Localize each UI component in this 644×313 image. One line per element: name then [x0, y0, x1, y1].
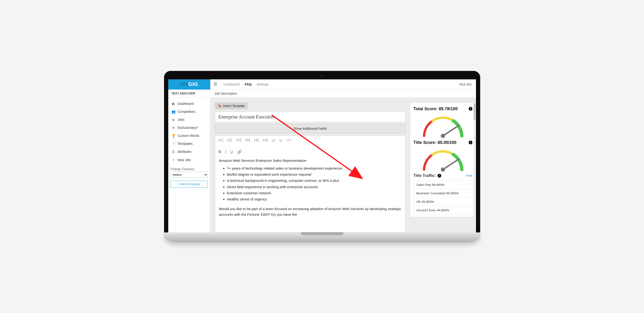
h5-button[interactable]: H5 [254, 138, 259, 143]
traffic-item[interactable]: Account Exec 44,900% [414, 206, 472, 215]
app-body: ◐Dashboard 👥Competitors ≣Jobs ⊘Exclusion… [168, 98, 476, 232]
laptop-bezel: ONGIG ☰ Dashboard FAQ Settings Nick Mis … [164, 71, 480, 232]
title-score-row: Title Score: 85.00/100 i [414, 140, 472, 146]
sidebar-item-label: Exclusionary? [178, 126, 198, 130]
gauge-icon: ◐ [172, 102, 175, 106]
total-score-label: Total Score: 85.78/100 [414, 106, 458, 111]
app-screen: ONGIG ☰ Dashboard FAQ Settings Nick Mis … [168, 79, 476, 232]
h6-button[interactable]: H6 [263, 138, 268, 143]
section-title: TEXT ANALYZER [168, 92, 210, 95]
bookmark-icon: 🔖 [218, 104, 222, 108]
nav-faq[interactable]: FAQ [245, 82, 252, 86]
title-score-gauge [418, 146, 468, 172]
add-company-button[interactable]: +Add Company [170, 181, 208, 188]
sidebar: ◐Dashboard 👥Competitors ≣Jobs ⊘Exclusion… [168, 98, 210, 232]
hide-link[interactable]: Hide [466, 174, 472, 177]
sidebar-item-dashboard[interactable]: ◐Dashboard [168, 100, 210, 108]
workspace: 🔖 Select Template Enterprise Account Exe… [210, 98, 476, 232]
sidebar-item-exclusionary[interactable]: ⊘Exclusionary? [168, 124, 210, 132]
topnav: ☰ Dashboard FAQ Settings Nick Mis [210, 79, 476, 90]
editor-paragraph: Amazon Web Services Enterprise Sales Rep… [219, 158, 402, 163]
title-traffic-label: Title Traffic: [414, 173, 436, 178]
info-icon[interactable]: i [469, 107, 472, 111]
sidebar-item-templates[interactable]: 📄Templates [168, 140, 210, 148]
svg-line-1 [443, 125, 459, 136]
page-icon: 📄 [172, 142, 175, 146]
total-score-gauge [418, 112, 468, 138]
rte-toolbar: H1 H2 H3 H4 H5 H6 ≣ ≣ </> [215, 136, 406, 157]
hamburger-icon[interactable]: ☰ [214, 82, 218, 87]
plus-icon: ＋ [172, 158, 175, 162]
people-icon: 👥 [172, 110, 175, 114]
traffic-item[interactable]: Sales Rep 89,900% [414, 181, 472, 189]
sidebar-item-competitors[interactable]: 👥Competitors [168, 108, 210, 116]
info-icon[interactable]: i [469, 141, 472, 144]
traffic-item[interactable]: AE 49,900% [414, 198, 472, 206]
laptop-notch [301, 232, 343, 236]
sidebar-item-label: Competitors [178, 110, 196, 114]
select-template-label: Select Template [223, 104, 245, 108]
sidebar-item-label: Dashboard [178, 102, 194, 106]
link-button[interactable]: 🔗 [237, 150, 242, 155]
lines-icon: ☰ [172, 150, 175, 154]
ol-button[interactable]: ≣ [279, 138, 282, 143]
change-company-label: Change Company [168, 164, 210, 172]
score-panel: Total Score: 85.78/100 i [410, 102, 476, 217]
brand-logo[interactable]: ONGIG [168, 79, 210, 90]
scroll-track[interactable] [474, 103, 476, 217]
scroll-thumb[interactable] [474, 104, 476, 120]
sidebar-item-jobs[interactable]: ≣Jobs [168, 116, 210, 124]
editor-bullet: Direct field experience in working with … [227, 184, 402, 190]
brand-part-gig: GIG [188, 81, 198, 87]
italic-button[interactable]: I [225, 150, 226, 154]
editor-bullet: Extensive customer network [227, 190, 402, 196]
title-traffic-list: Sales Rep 89,900% Business Consultant 69… [414, 180, 472, 215]
sidebar-item-new-job[interactable]: ＋New Job [168, 156, 210, 164]
job-title-input[interactable]: Enterprise Account Executive [215, 112, 406, 122]
bold-button[interactable]: B [218, 150, 221, 154]
user-name[interactable]: Nick Mis [459, 82, 473, 86]
topbar: ONGIG ☰ Dashboard FAQ Settings Nick Mis [168, 79, 476, 90]
camera-dot [321, 75, 323, 77]
title-traffic-header: Title Traffic: i Hide [414, 173, 472, 178]
editor-bullet: 7+ years of technology related sales or … [227, 165, 402, 171]
editor-column: 🔖 Select Template Enterprise Account Exe… [215, 102, 406, 232]
select-template-button[interactable]: 🔖 Select Template [215, 102, 248, 109]
breadcrumb: Job Description [210, 92, 242, 95]
subbar: TEXT ANALYZER Job Description [168, 90, 476, 98]
editor-bullet: Healthy sense of urgency [227, 196, 402, 202]
traffic-item[interactable]: Business Consultant 69,900% [414, 189, 472, 198]
svg-line-3 [443, 159, 459, 169]
nav-dashboard[interactable]: Dashboard [224, 82, 240, 86]
sidebar-item-label: Attributes [178, 150, 192, 154]
underline-button[interactable]: U [230, 150, 233, 154]
sidebar-item-label: New Job [178, 158, 190, 162]
rte-body[interactable]: Amazon Web Services Enterprise Sales Rep… [215, 157, 406, 220]
nav-settings[interactable]: Settings [257, 82, 269, 86]
total-score-row: Total Score: 85.78/100 i [414, 106, 472, 112]
title-score-label: Title Score: 85.00/100 [414, 140, 457, 145]
rich-text-editor: H1 H2 H3 H4 H5 H6 ≣ ≣ </> [215, 136, 406, 232]
editor-paragraph: Would you like to be part of a team focu… [219, 206, 402, 217]
trophy-icon: 🏆 [172, 134, 175, 138]
code-button[interactable]: </> [286, 138, 292, 143]
h3-button[interactable]: H3 [236, 138, 242, 143]
sidebar-item-custom-words[interactable]: 🏆Custom Words [168, 132, 210, 140]
laptop-mock: ONGIG ☰ Dashboard FAQ Settings Nick Mis … [164, 71, 480, 242]
brand-part-on: ON [180, 81, 188, 87]
company-select[interactable]: newco [170, 172, 208, 178]
sidebar-item-label: Templates [178, 142, 193, 146]
h1-button[interactable]: H1 [218, 138, 224, 143]
info-icon[interactable]: i [438, 174, 441, 177]
ban-icon: ⊘ [172, 126, 175, 130]
ul-button[interactable]: ≣ [272, 138, 275, 143]
laptop-base [164, 232, 480, 242]
h2-button[interactable]: H2 [227, 138, 232, 143]
h4-button[interactable]: H4 [245, 138, 250, 143]
editor-bullet-list: 7+ years of technology related sales or … [219, 165, 402, 202]
list-icon: ≣ [172, 118, 175, 122]
sidebar-item-attributes[interactable]: ☰Attributes [168, 148, 210, 156]
sidebar-item-label: Custom Words [178, 134, 200, 138]
editor-bullet: A technical background in engineering, c… [227, 178, 402, 183]
show-additional-fields-button[interactable]: Show Additional Fields [215, 124, 406, 133]
